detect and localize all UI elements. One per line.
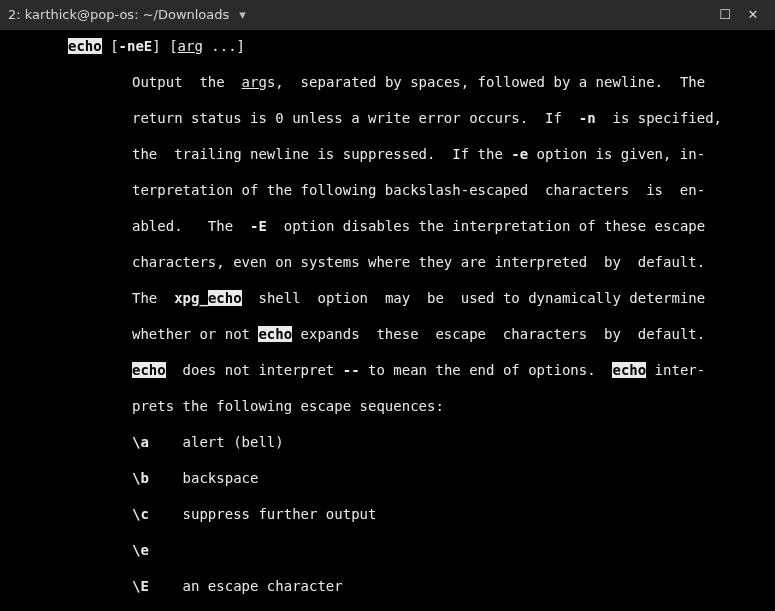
esc-def: backspace: [183, 470, 259, 486]
esc-code: \e: [132, 542, 149, 558]
echo-ref: echo: [258, 326, 292, 342]
terminal-output: echo [-neE] [arg ...] Output the args, s…: [0, 30, 775, 611]
desc-text: shell option may be used to dynamically …: [242, 290, 706, 306]
desc-text: terpretation of the following backslash-…: [132, 182, 705, 198]
xpg-prefix: xpg_: [174, 290, 208, 306]
flag-e: -e: [511, 146, 528, 162]
esc-code: \E: [132, 578, 149, 594]
arg-ref: arg: [242, 74, 267, 90]
desc-text: s, separated by spaces, followed by a ne…: [267, 74, 705, 90]
desc-text: The: [132, 290, 174, 306]
desc-text: the trailing newline is suppressed. If t…: [132, 146, 511, 162]
desc-text: whether or not: [132, 326, 258, 342]
desc-text: to mean the end of options.: [360, 362, 613, 378]
echo-ref: echo: [208, 290, 242, 306]
desc-text: prets the following escape sequences:: [132, 398, 444, 414]
desc-text: inter-: [646, 362, 705, 378]
desc-text: does not interpret: [166, 362, 343, 378]
maximize-icon[interactable]: ☐: [711, 6, 739, 24]
echo-ref: echo: [132, 362, 166, 378]
desc-text: return status is 0 unless a write error …: [132, 110, 579, 126]
dropdown-icon[interactable]: ▾: [239, 6, 246, 24]
esc-def: suppress further output: [183, 506, 377, 522]
desc-text: Output the: [132, 74, 242, 90]
cmd-name: echo: [68, 38, 102, 54]
syn-flags: -neE: [119, 38, 153, 54]
echo-ref: echo: [612, 362, 646, 378]
desc-text: option is given, in-: [528, 146, 705, 162]
esc-def: an escape character: [183, 578, 343, 594]
desc-text: characters, even on systems where they a…: [132, 254, 705, 270]
desc-text: expands these escape characters by defau…: [292, 326, 705, 342]
flag-big-e: -E: [250, 218, 267, 234]
titlebar: 2: karthick@pop-os: ~/Downloads ▾ ☐ ✕: [0, 0, 775, 30]
desc-text: is specified,: [596, 110, 722, 126]
esc-def: alert (bell): [183, 434, 284, 450]
syn-arg: arg: [178, 38, 203, 54]
desc-text: option disables the interpretation of th…: [267, 218, 705, 234]
window-title: 2: karthick@pop-os: ~/Downloads: [8, 6, 229, 24]
esc-code: \c: [132, 506, 149, 522]
desc-text: abled. The: [132, 218, 250, 234]
esc-code: \a: [132, 434, 149, 450]
flag-n: -n: [579, 110, 596, 126]
double-dash: --: [343, 362, 360, 378]
close-icon[interactable]: ✕: [739, 6, 767, 24]
esc-code: \b: [132, 470, 149, 486]
